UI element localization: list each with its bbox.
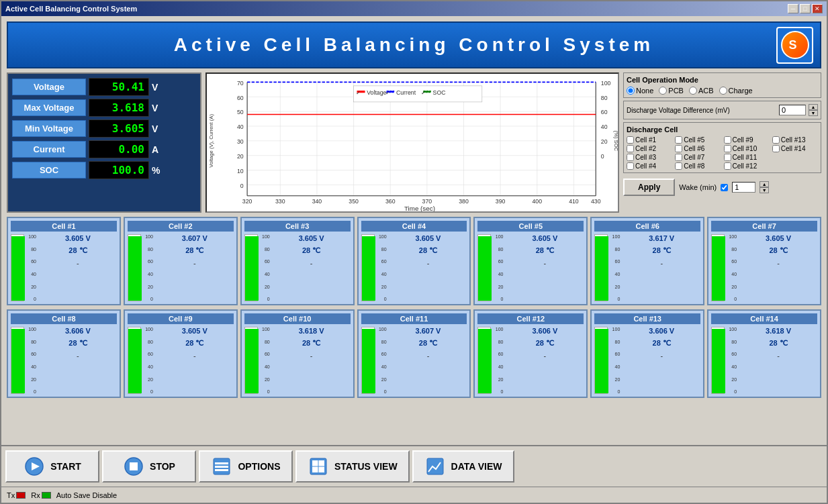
cell-readings: 3.617 V 28 ℃ - bbox=[623, 234, 700, 267]
radio-pcb[interactable]: PCB bbox=[659, 87, 684, 95]
maximize-button[interactable]: □ bbox=[800, 4, 811, 13]
cell-bar-fill bbox=[245, 236, 259, 301]
dc-cell6[interactable]: Cell #6 bbox=[675, 145, 721, 152]
dc-cell2[interactable]: Cell #2 bbox=[627, 145, 672, 152]
spin-up[interactable]: ▲ bbox=[809, 104, 818, 110]
stop-label: STOP bbox=[150, 461, 175, 472]
cell-title: Cell #7 bbox=[711, 221, 817, 232]
radio-acb-input[interactable] bbox=[689, 87, 697, 95]
dc-cell10-cb[interactable] bbox=[724, 145, 731, 152]
cell-body: 100 80 60 40 20 0 3.605 V 28 ℃ - bbox=[244, 234, 351, 301]
radio-pcb-input[interactable] bbox=[659, 87, 667, 95]
cell-dash: - bbox=[623, 259, 700, 267]
dc-cell5-cb[interactable] bbox=[675, 136, 682, 144]
dc-cell1[interactable]: Cell #1 bbox=[627, 136, 672, 144]
dc-cell5[interactable]: Cell #5 bbox=[675, 136, 721, 144]
spin-down[interactable]: ▼ bbox=[809, 110, 818, 116]
main-row: Voltage 50.41 V Max Voltage 3.618 V Min … bbox=[7, 72, 821, 213]
dc-cell8[interactable]: Cell #8 bbox=[675, 162, 721, 170]
measurement-row-min-voltage: Min Voltage 3.605 V bbox=[12, 119, 196, 138]
data-view-label: DATA VIEW bbox=[451, 461, 502, 472]
svg-text:370: 370 bbox=[422, 198, 432, 205]
dc-cell8-cb[interactable] bbox=[675, 162, 682, 170]
cell-bar-labels: 100 80 60 40 20 0 bbox=[492, 327, 503, 394]
radio-charge[interactable]: Charge bbox=[719, 87, 753, 95]
measurement-row-max-voltage: Max Voltage 3.618 V bbox=[12, 99, 196, 117]
dc-cell4-cb[interactable] bbox=[627, 162, 634, 170]
apply-button[interactable]: Apply bbox=[623, 179, 675, 196]
stop-button[interactable]: STOP bbox=[102, 450, 196, 483]
discharge-cell-title: Discharge Cell bbox=[627, 125, 818, 134]
cell-bar-labels: 100 80 60 40 20 0 bbox=[376, 234, 387, 301]
dc-cell13-cb[interactable] bbox=[772, 136, 780, 144]
dc-cell15 bbox=[772, 154, 818, 161]
meas-value: 50.41 bbox=[89, 78, 149, 96]
radio-none[interactable]: None bbox=[627, 87, 653, 95]
window-title: Active Cell Balancing Control System bbox=[5, 5, 137, 13]
dc-cell13[interactable]: Cell #13 bbox=[772, 136, 818, 144]
meas-unit: A bbox=[152, 144, 172, 155]
cell-bar-fill bbox=[362, 329, 375, 393]
cell-card-Cell-13: Cell #13 100 80 60 40 20 0 3.606 V 28 ℃ … bbox=[590, 309, 704, 398]
measurements-panel: Voltage 50.41 V Max Voltage 3.618 V Min … bbox=[7, 72, 201, 213]
dc-cell9-cb[interactable] bbox=[724, 136, 731, 144]
svg-text:400: 400 bbox=[532, 198, 542, 205]
options-label: OPTIONS bbox=[238, 461, 280, 472]
cell-bar-labels: 100 80 60 40 20 0 bbox=[376, 327, 387, 394]
wake-spin-down[interactable]: ▼ bbox=[760, 187, 769, 193]
cell-card-Cell-3: Cell #3 100 80 60 40 20 0 3.605 V 28 ℃ - bbox=[240, 217, 355, 305]
cell-voltage: 3.605 V bbox=[156, 327, 234, 335]
cell-body: 100 80 60 40 20 0 3.606 V 28 ℃ - bbox=[11, 327, 117, 394]
status-view-button[interactable]: STATUS VIEW bbox=[295, 450, 410, 483]
dc-cell12[interactable]: Cell #12 bbox=[724, 162, 770, 170]
dc-cell3[interactable]: Cell #3 bbox=[627, 154, 672, 161]
discharge-voltage-input[interactable] bbox=[779, 105, 806, 115]
dc-cell11[interactable]: Cell #11 bbox=[724, 154, 770, 161]
svg-text:380: 380 bbox=[459, 198, 469, 205]
main-content: Active Cell Balancing Control System S V… bbox=[1, 16, 827, 445]
close-button[interactable]: ✕ bbox=[812, 4, 823, 13]
svg-text:40: 40 bbox=[237, 123, 244, 130]
cell-title: Cell #11 bbox=[361, 313, 467, 324]
cell-bar: 100 80 60 40 20 0 bbox=[594, 234, 620, 301]
cell-readings: 3.605 V 28 ℃ - bbox=[389, 234, 467, 267]
radio-none-input[interactable] bbox=[627, 87, 635, 95]
dc-cell7-cb[interactable] bbox=[675, 154, 682, 161]
dc-cell1-cb[interactable] bbox=[627, 136, 634, 144]
cell-op-mode-title: Cell Operation Mode bbox=[627, 76, 818, 84]
cell-bar-bg bbox=[361, 234, 375, 301]
cell-bar-bg bbox=[128, 327, 141, 394]
cells-row-1: Cell #1 100 80 60 40 20 0 3.605 V 28 ℃ - bbox=[7, 217, 821, 305]
wake-spin-up[interactable]: ▲ bbox=[760, 181, 769, 187]
cell-body: 100 80 60 40 20 0 3.605 V 28 ℃ - bbox=[361, 234, 467, 301]
dc-cell9[interactable]: Cell #9 bbox=[724, 136, 770, 144]
wake-checkbox[interactable] bbox=[721, 184, 728, 191]
dc-cell10[interactable]: Cell #10 bbox=[724, 145, 770, 152]
dc-cell12-cb[interactable] bbox=[724, 162, 731, 170]
minimize-button[interactable]: ─ bbox=[788, 4, 798, 13]
dc-cell11-cb[interactable] bbox=[724, 154, 731, 161]
dc-cell4[interactable]: Cell #4 bbox=[627, 162, 672, 170]
dc-cell14-cb[interactable] bbox=[772, 145, 780, 152]
dc-cell7[interactable]: Cell #7 bbox=[675, 154, 721, 161]
discharge-cell-grid: Cell #1 Cell #5 Cell #9 Cell #13 Cell #2… bbox=[627, 136, 818, 170]
cell-title: Cell #2 bbox=[128, 221, 234, 232]
cell-temp: 28 ℃ bbox=[156, 339, 234, 348]
dc-cell14[interactable]: Cell #14 bbox=[772, 145, 818, 152]
cell-card-Cell-7: Cell #7 100 80 60 40 20 0 3.605 V 28 ℃ - bbox=[707, 217, 821, 305]
cell-readings: 3.607 V 28 ℃ - bbox=[389, 327, 467, 360]
radio-charge-input[interactable] bbox=[719, 87, 727, 95]
options-button[interactable]: OPTIONS bbox=[199, 450, 293, 483]
cell-voltage: 3.618 V bbox=[273, 327, 351, 335]
dc-cell6-cb[interactable] bbox=[675, 145, 682, 152]
svg-rect-65 bbox=[130, 462, 138, 470]
wake-input[interactable] bbox=[732, 182, 755, 193]
dc-cell3-cb[interactable] bbox=[627, 154, 634, 161]
cell-title: Cell #14 bbox=[711, 313, 817, 324]
dc-cell2-cb[interactable] bbox=[627, 145, 634, 152]
data-view-icon bbox=[424, 456, 446, 477]
start-button[interactable]: START bbox=[5, 450, 99, 483]
data-view-button[interactable]: DATA VIEW bbox=[412, 450, 514, 483]
radio-acb[interactable]: ACB bbox=[689, 87, 714, 95]
logo-symbol: S bbox=[781, 31, 809, 59]
